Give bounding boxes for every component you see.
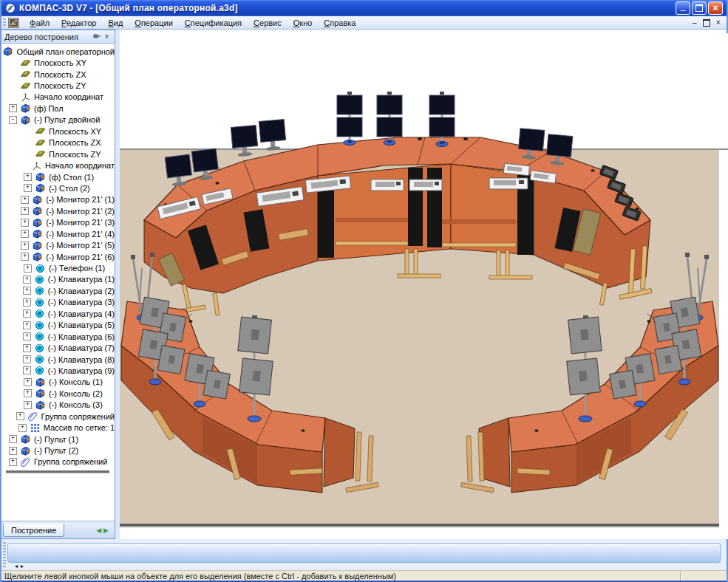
expander-icon[interactable]: + [16, 412, 24, 420]
expander-icon[interactable]: + [23, 332, 31, 340]
tree-item-12[interactable]: + (-) Стол (2) [1, 182, 115, 194]
close-button[interactable]: × [708, 1, 723, 15]
mdi-close-button[interactable]: × [716, 18, 721, 27]
expander-icon[interactable]: + [23, 298, 31, 307]
tab-scroll-arrows[interactable]: ◀▶ [96, 527, 113, 534]
tree-item-32[interactable]: + Группа сопряжений [1, 411, 115, 422]
plane-icon [35, 126, 46, 137]
part-icon [35, 182, 46, 194]
toolbar-grip-icon[interactable] [3, 18, 6, 27]
expander-icon[interactable]: + [23, 355, 31, 363]
expander-icon[interactable]: + [9, 104, 17, 112]
tree-item-11[interactable]: + (ф) Стол (1) [1, 171, 115, 182]
tree-close-icon[interactable]: × [102, 32, 112, 41]
tree-item-20[interactable]: + (-) Клавиатура (1) [1, 274, 115, 285]
menu-item-4[interactable]: Спецификация [179, 17, 248, 29]
menu-item-2[interactable]: Вид [102, 17, 129, 29]
tree-item-7[interactable]: Плоскость XY [1, 126, 115, 137]
part-root-icon [2, 46, 13, 57]
component-icon [34, 354, 45, 365]
expander-icon[interactable]: + [23, 287, 31, 295]
expander-icon[interactable]: + [9, 458, 17, 466]
expander-icon[interactable]: + [21, 196, 29, 204]
tree-item-27[interactable]: + (-) Клавиатура (8) [1, 354, 115, 365]
tree-item-30[interactable]: + (-) Консоль (2) [1, 388, 115, 399]
menu-item-3[interactable]: Операции [129, 17, 178, 29]
tree-item-14[interactable]: + (-) Монитор 21' (2) [1, 205, 115, 216]
dock-grip-icon[interactable] [3, 542, 6, 567]
expander-icon[interactable]: + [18, 424, 27, 432]
menu-item-6[interactable]: Окно [288, 17, 319, 29]
menu-item-5[interactable]: Сервис [248, 17, 288, 29]
tree-item-9[interactable]: Плоскость ZY [1, 148, 115, 160]
tree-item-label: Начало координат [34, 92, 103, 101]
tree-item-26[interactable]: + (-) Клавиатура (7) [1, 342, 115, 353]
tree-item-35[interactable]: + (-) Пульт (2) [1, 445, 115, 456]
expander-icon[interactable]: + [9, 447, 17, 455]
expander-icon[interactable]: + [23, 309, 31, 318]
tree-item-13[interactable]: + (-) Монитор 21' (1) [1, 194, 115, 205]
minimize-button[interactable]: – [676, 1, 690, 15]
expander-icon[interactable]: + [24, 264, 32, 273]
menu-item-7[interactable]: Справка [318, 17, 361, 29]
tree-item-22[interactable]: + (-) Клавиатура (3) [1, 297, 115, 308]
tree-item-4[interactable]: Начало координат [1, 92, 115, 103]
tree-item-label: (-) Консоль (2) [49, 389, 103, 398]
tree-item-33[interactable]: + Массив по сетке: 1 [1, 422, 115, 433]
part-icon [35, 400, 46, 411]
tree-item-label: Плоскость ZX [34, 70, 86, 79]
restore-icon [695, 4, 703, 12]
expander-icon[interactable]: + [21, 230, 29, 238]
tree-item-23[interactable]: + (-) Клавиатура (4) [1, 308, 115, 319]
tree-item-28[interactable]: + (-) Клавиатура (9) [1, 365, 115, 376]
expander-icon[interactable]: + [24, 378, 32, 386]
expander-icon[interactable]: + [24, 184, 32, 192]
tree-item-2[interactable]: Плоскость ZX [1, 69, 115, 80]
tree-item-5[interactable]: + (ф) Пол [1, 103, 115, 114]
expander-icon[interactable]: + [24, 173, 32, 181]
tree-item-29[interactable]: + (-) Консоль (1) [1, 377, 115, 388]
tree-item-6[interactable]: - (-) Пульт двойной [1, 114, 115, 126]
part-icon [35, 171, 46, 182]
expander-icon[interactable]: + [21, 253, 29, 261]
tree-item-34[interactable]: + (-) Пульт (1) [1, 434, 115, 445]
expander-icon[interactable]: + [21, 219, 29, 227]
menu-item-1[interactable]: Редактор [55, 17, 102, 29]
tree-item-label: (-) Пульт двойной [34, 115, 100, 124]
tree-item-24[interactable]: + (-) Клавиатура (5) [1, 320, 115, 331]
tree-item-label: Группа сопряжений [41, 412, 115, 421]
tree-item-16[interactable]: + (-) Монитор 21' (4) [1, 228, 115, 239]
mdi-restore-button[interactable] [703, 19, 710, 27]
tree-item-31[interactable]: + (-) Консоль (3) [1, 400, 115, 411]
tree-item-8[interactable]: Плоскость ZX [1, 137, 115, 148]
expander-icon[interactable]: + [23, 366, 31, 374]
tree-item-10[interactable]: Начало координат [1, 160, 115, 171]
expander-icon[interactable]: + [23, 275, 31, 284]
tree-item-1[interactable]: Плоскость XY [1, 57, 115, 68]
expander-icon[interactable]: + [23, 321, 31, 329]
scroll-left-icon: ◂ [15, 563, 21, 569]
toolbar-scroll-arrows[interactable]: ◂▸ [7, 563, 27, 569]
expander-icon[interactable]: + [21, 207, 29, 215]
expander-icon[interactable]: - [9, 116, 17, 124]
viewport-3d[interactable] [120, 30, 727, 539]
tree-item-15[interactable]: + (-) Монитор 21' (3) [1, 217, 115, 228]
mdi-minimize-button[interactable]: – [692, 18, 696, 27]
tree-item-19[interactable]: + (-) Телефон (1) [1, 262, 115, 273]
pin-icon[interactable] [92, 32, 102, 41]
tree-item-18[interactable]: + (-) Монитор 21' (6) [1, 251, 115, 262]
expander-icon[interactable]: + [21, 242, 29, 250]
menu-item-0[interactable]: Файл [24, 17, 55, 29]
expander-icon[interactable]: + [23, 344, 31, 352]
expander-icon[interactable]: + [9, 435, 17, 443]
restore-button[interactable] [692, 1, 707, 15]
tree-item-36[interactable]: + Группа сопряжений [1, 456, 115, 468]
tree-item-21[interactable]: + (-) Клавиатура (2) [1, 285, 115, 296]
tab-construction[interactable]: Построение [3, 524, 64, 537]
tree-item-3[interactable]: Плоскость ZY [1, 80, 115, 91]
tree-item-25[interactable]: + (-) Клавиатура (6) [1, 331, 115, 342]
tree-item-0[interactable]: Общий план операторной [1, 46, 115, 57]
expander-icon[interactable]: + [24, 401, 32, 409]
tree-item-17[interactable]: + (-) Монитор 21' (5) [1, 239, 115, 250]
expander-icon[interactable]: + [24, 389, 32, 397]
